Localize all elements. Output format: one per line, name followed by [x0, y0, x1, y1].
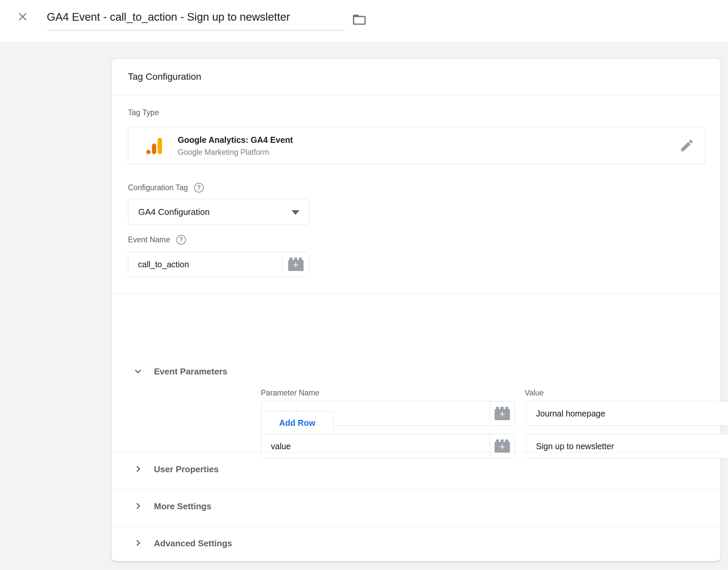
chevron-right-icon	[133, 538, 143, 549]
help-icon[interactable]: ?	[176, 235, 186, 245]
tag-type-box: Google Analytics: GA4 Event Google Marke…	[128, 127, 705, 165]
close-icon	[16, 10, 29, 23]
user-properties-title: User Properties	[154, 464, 219, 475]
dropdown-caret-icon	[292, 210, 300, 215]
parameter-value-input[interactable]	[526, 434, 728, 458]
event-name-label: Event Name	[128, 235, 170, 244]
event-name-input[interactable]	[128, 252, 282, 277]
advanced-settings-toggle[interactable]: Advanced Settings	[133, 535, 232, 551]
pencil-icon	[679, 149, 695, 154]
variable-brick-icon: +	[288, 260, 304, 271]
more-settings-toggle[interactable]: More Settings	[133, 498, 211, 514]
folder-icon	[352, 23, 367, 28]
parameter-value-field: +	[526, 434, 728, 459]
column-value: Value	[525, 388, 544, 397]
configuration-tag-label: Configuration Tag	[128, 183, 188, 192]
chevron-right-icon	[133, 501, 143, 512]
variable-picker-button[interactable]: +	[490, 434, 514, 458]
event-parameters-title: Event Parameters	[154, 366, 227, 377]
event-name-field: +	[128, 252, 309, 277]
google-analytics-icon	[146, 138, 162, 154]
parameter-value-input[interactable]	[526, 401, 728, 425]
edit-tag-type-button[interactable]	[679, 138, 695, 154]
chevron-right-icon	[133, 464, 143, 475]
user-properties-toggle[interactable]: User Properties	[133, 461, 219, 477]
close-button[interactable]	[15, 9, 31, 25]
add-row-button[interactable]: Add Row	[261, 411, 334, 435]
divider	[112, 294, 721, 294]
variable-picker-button[interactable]: +	[490, 401, 514, 425]
tag-type-label: Tag Type	[128, 108, 159, 117]
card-title: Tag Configuration	[128, 71, 201, 82]
top-header	[0, 0, 728, 43]
variable-brick-icon: +	[495, 442, 510, 453]
divider	[112, 490, 721, 490]
parameter-value-field: +	[526, 401, 728, 426]
column-parameter-name: Parameter Name	[261, 388, 319, 397]
parameter-name-input[interactable]	[261, 434, 490, 458]
help-icon[interactable]: ?	[194, 183, 204, 193]
configuration-tag-select[interactable]: GA4 Configuration	[128, 199, 309, 225]
chevron-down-icon	[133, 366, 143, 377]
configuration-tag-value: GA4 Configuration	[138, 207, 210, 217]
parameter-name-field: +	[261, 434, 515, 459]
divider	[112, 95, 721, 95]
divider	[112, 527, 721, 527]
event-parameters-toggle[interactable]: Event Parameters	[133, 366, 227, 377]
tag-configuration-card: Tag Configuration Tag Type Google Analyt…	[112, 59, 721, 561]
more-settings-title: More Settings	[154, 501, 211, 512]
advanced-settings-title: Advanced Settings	[154, 538, 232, 549]
tag-name-input[interactable]	[47, 6, 345, 31]
tag-type-platform: Google Marketing Platform	[178, 148, 269, 157]
variable-picker-button[interactable]: +	[282, 252, 309, 277]
tag-type-name: Google Analytics: GA4 Event	[178, 135, 293, 145]
folder-button[interactable]	[351, 11, 368, 29]
variable-brick-icon: +	[495, 409, 510, 420]
divider	[112, 453, 721, 453]
